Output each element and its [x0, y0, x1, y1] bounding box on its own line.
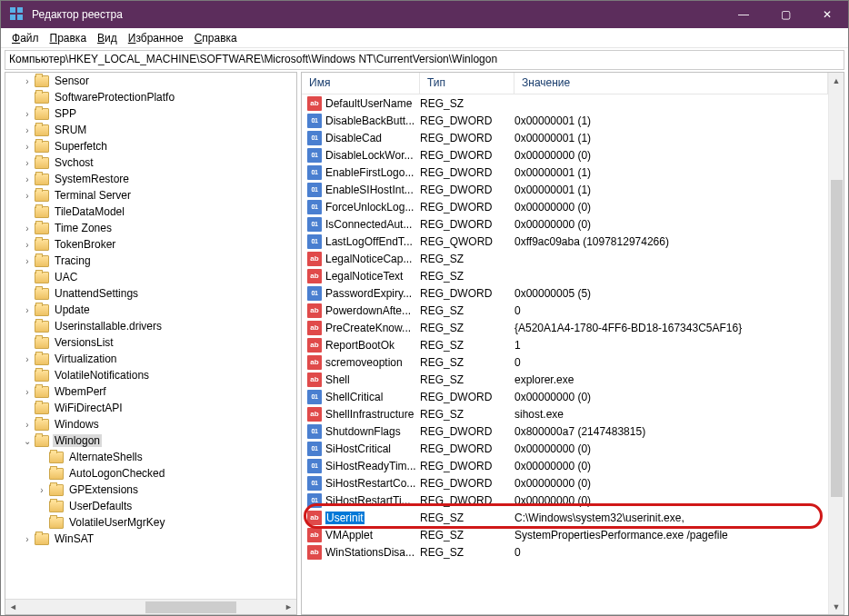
tree-node[interactable]: AlternateShells: [5, 449, 296, 465]
tree-node[interactable]: ›SRUM: [5, 122, 296, 138]
registry-value-row[interactable]: ReportBootOkREG_SZ1: [302, 336, 828, 353]
menu-help[interactable]: Справка: [189, 30, 243, 46]
value-type: REG_SZ: [420, 373, 514, 386]
registry-value-row[interactable]: LegalNoticeTextREG_SZ: [302, 267, 828, 284]
menu-favorites[interactable]: Избранное: [123, 30, 189, 46]
expand-toggle-icon[interactable]: ›: [20, 240, 35, 250]
tree-node[interactable]: WiFiDirectAPI: [5, 400, 296, 416]
registry-value-row[interactable]: SiHostRestartTi...REG_DWORD0x00000000 (0…: [302, 492, 828, 509]
registry-value-row[interactable]: IsConnectedAut...REG_DWORD0x00000000 (0): [302, 215, 828, 233]
menu-file[interactable]: Файл: [6, 30, 45, 46]
list-vscrollbar[interactable]: ▲ ▼: [828, 73, 844, 614]
tree-node[interactable]: VolatileNotifications: [5, 367, 296, 383]
scroll-thumb[interactable]: [831, 180, 843, 496]
tree-node[interactable]: ›TokenBroker: [5, 236, 296, 253]
tree-node[interactable]: UAC: [5, 269, 296, 285]
registry-value-row[interactable]: scremoveoptionREG_SZ0: [302, 353, 828, 371]
tree-node[interactable]: Userinstallable.drivers: [5, 318, 296, 334]
scroll-track[interactable]: [21, 600, 281, 614]
registry-value-row[interactable]: VMAppletREG_SZSystemPropertiesPerformanc…: [302, 526, 828, 543]
expand-toggle-icon[interactable]: ›: [20, 387, 35, 397]
expand-toggle-icon[interactable]: ›: [20, 256, 35, 266]
expand-toggle-icon[interactable]: ›: [20, 534, 35, 544]
registry-value-row[interactable]: DefaultUserNameREG_SZ: [302, 94, 828, 112]
tree-node[interactable]: ›Time Zones: [5, 220, 296, 236]
tree-node[interactable]: ›Sensor: [5, 73, 296, 89]
registry-value-row[interactable]: PowerdownAfte...REG_SZ0: [302, 302, 828, 319]
expand-toggle-icon[interactable]: ›: [20, 142, 35, 152]
scroll-up-button[interactable]: ▲: [829, 73, 844, 88]
registry-value-row[interactable]: LegalNoticeCap...REG_SZ: [302, 250, 828, 267]
tree-node[interactable]: VersionsList: [5, 334, 296, 351]
tree-node[interactable]: ⌄Winlogon: [5, 432, 296, 449]
tree-node[interactable]: ›SystemRestore: [5, 171, 296, 187]
registry-value-row[interactable]: ShellCriticalREG_DWORD0x00000000 (0): [302, 388, 828, 405]
tree-node[interactable]: UserDefaults: [5, 498, 296, 514]
column-value[interactable]: Значение: [514, 73, 828, 94]
scroll-left-button[interactable]: ◄: [5, 600, 21, 614]
tree-node[interactable]: ›SPP: [5, 105, 296, 122]
tree-node[interactable]: TileDataModel: [5, 204, 296, 220]
expand-toggle-icon[interactable]: ›: [20, 354, 35, 364]
tree-node[interactable]: ›Tracing: [5, 253, 296, 269]
expand-toggle-icon[interactable]: ›: [20, 158, 35, 168]
registry-value-row[interactable]: ShellREG_SZexplorer.exe: [302, 371, 828, 388]
collapse-toggle-icon[interactable]: ⌄: [20, 436, 35, 446]
registry-value-row[interactable]: ShutdownFlagsREG_DWORD0x800000a7 (214748…: [302, 422, 828, 440]
expand-toggle-icon[interactable]: ›: [20, 305, 35, 315]
minimize-button[interactable]: —: [723, 1, 764, 28]
tree-node[interactable]: ›Virtualization: [5, 351, 296, 367]
registry-value-row[interactable]: ForceUnlockLog...REG_DWORD0x00000000 (0): [302, 198, 828, 215]
expand-toggle-icon[interactable]: ›: [20, 109, 35, 119]
tree-node[interactable]: UnattendSettings: [5, 285, 296, 302]
registry-value-row[interactable]: DisableBackButt...REG_DWORD0x00000001 (1…: [302, 112, 828, 129]
value-type: REG_SZ: [420, 546, 514, 559]
expand-toggle-icon[interactable]: ›: [20, 125, 35, 135]
tree-node[interactable]: ›GPExtensions: [5, 482, 296, 498]
column-type[interactable]: Тип: [420, 73, 514, 94]
registry-value-row[interactable]: PasswordExpiry...REG_DWORD0x00000005 (5): [302, 284, 828, 302]
tree-node[interactable]: SoftwareProtectionPlatfo: [5, 89, 296, 105]
column-name[interactable]: Имя: [302, 73, 420, 94]
expand-toggle-icon[interactable]: ›: [20, 76, 35, 86]
registry-value-row[interactable]: UserinitREG_SZC:\Windows\system32\userin…: [302, 509, 828, 526]
scroll-right-button[interactable]: ►: [281, 600, 296, 614]
registry-value-row[interactable]: DisableCadREG_DWORD0x00000001 (1): [302, 129, 828, 146]
registry-value-row[interactable]: EnableFirstLogo...REG_DWORD0x00000001 (1…: [302, 164, 828, 181]
tree-node[interactable]: AutoLogonChecked: [5, 465, 296, 482]
expand-toggle-icon[interactable]: ›: [35, 485, 49, 495]
registry-value-row[interactable]: WinStationsDisa...REG_SZ0: [302, 543, 828, 561]
registry-value-row[interactable]: EnableSIHostInt...REG_DWORD0x00000001 (1…: [302, 181, 828, 198]
tree-node[interactable]: ›Svchost: [5, 154, 296, 171]
registry-value-row[interactable]: SiHostReadyTim...REG_DWORD0x00000000 (0): [302, 457, 828, 474]
registry-value-row[interactable]: DisableLockWor...REG_DWORD0x00000000 (0): [302, 146, 828, 164]
menu-edit[interactable]: Правка: [45, 30, 93, 46]
maximize-button[interactable]: ▢: [764, 1, 806, 28]
tree-node[interactable]: ›Update: [5, 302, 296, 318]
expand-toggle-icon[interactable]: ›: [20, 224, 35, 233]
registry-value-row[interactable]: SiHostCriticalREG_DWORD0x00000000 (0): [302, 440, 828, 457]
tree-pane[interactable]: ›SensorSoftwareProtectionPlatfo›SPP›SRUM…: [5, 72, 297, 615]
tree-hscrollbar[interactable]: ◄ ►: [5, 599, 296, 614]
titlebar[interactable]: Редактор реестра — ▢ ✕: [1, 1, 848, 28]
scroll-down-button[interactable]: ▼: [829, 599, 844, 614]
expand-toggle-icon[interactable]: ›: [20, 191, 35, 201]
close-button[interactable]: ✕: [806, 1, 848, 28]
tree-node[interactable]: VolatileUserMgrKey: [5, 514, 296, 531]
expand-toggle-icon[interactable]: ›: [20, 420, 35, 430]
tree-node[interactable]: ›WbemPerf: [5, 383, 296, 400]
tree-node[interactable]: ›Windows: [5, 416, 296, 432]
tree-node[interactable]: ›Superfetch: [5, 138, 296, 154]
registry-value-row[interactable]: LastLogOffEndT...REG_QWORD0xff9ac09aba (…: [302, 233, 828, 250]
registry-value-row[interactable]: ShellInfrastructureREG_SZsihost.exe: [302, 405, 828, 422]
expand-toggle-icon[interactable]: ›: [20, 174, 35, 184]
scroll-thumb[interactable]: [145, 601, 236, 613]
tree-node[interactable]: ›WinSAT: [5, 531, 296, 547]
address-bar[interactable]: Компьютер\HKEY_LOCAL_MACHINE\SOFTWARE\Mi…: [5, 50, 844, 70]
registry-value-row[interactable]: PreCreateKnow...REG_SZ{A520A1A4-1780-4FF…: [302, 319, 828, 336]
list-pane[interactable]: Имя Тип Значение DefaultUserNameREG_SZDi…: [301, 72, 844, 615]
menu-view[interactable]: Вид: [92, 30, 123, 46]
registry-value-row[interactable]: SiHostRestartCo...REG_DWORD0x00000000 (0…: [302, 474, 828, 492]
tree-node[interactable]: ›Terminal Server: [5, 187, 296, 204]
scroll-track[interactable]: [829, 88, 844, 599]
